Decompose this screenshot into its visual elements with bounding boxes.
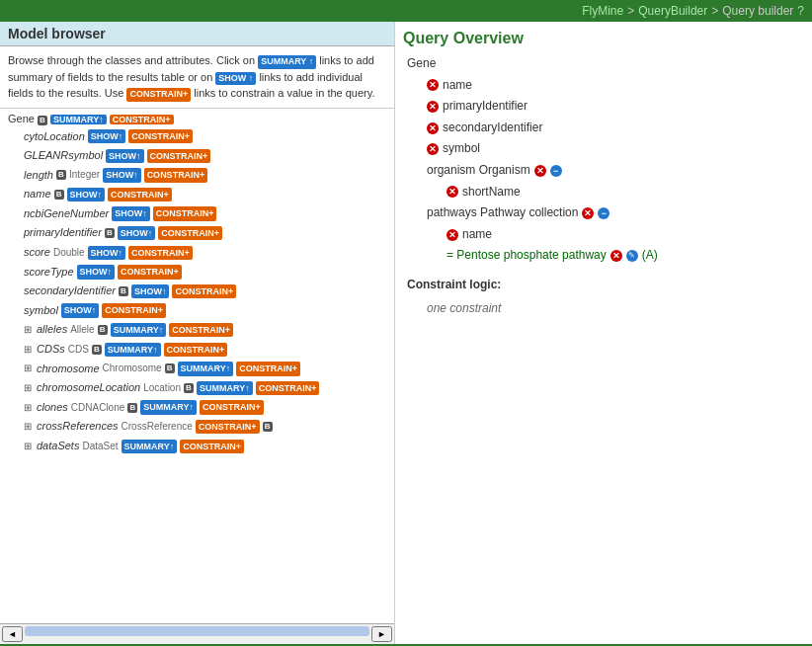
flymine-link[interactable]: FlyMine xyxy=(582,4,623,18)
show-badge[interactable]: SHOW↑ xyxy=(67,188,106,202)
constraint-logic-value: one constraint xyxy=(427,298,804,320)
pathways-label-row: pathways Pathway collection ✕ − xyxy=(427,202,804,224)
querybuilder-link[interactable]: QueryBuilder xyxy=(638,4,707,18)
constrain-badge[interactable]: CONSTRAIN+ xyxy=(147,149,211,163)
help-link[interactable]: ? xyxy=(797,4,804,18)
constrain-badge[interactable]: CONSTRAIN+ xyxy=(128,246,193,260)
info-icon: B xyxy=(127,403,137,413)
info-icon: B xyxy=(184,383,194,393)
summary-badge[interactable]: SUMMARY↑ xyxy=(178,362,234,375)
expand-chromosome-icon[interactable]: ⊞ xyxy=(24,361,32,376)
query-primaryidentifier-field: ✕ primaryIdentifier xyxy=(427,96,804,118)
model-tree: Gene B SUMMARY↑ CONSTRAIN+ cytoLocation … xyxy=(0,109,394,624)
remove-shortname-btn[interactable]: ✕ xyxy=(447,186,458,198)
query-symbol-field: ✕ symbol xyxy=(427,138,804,160)
right-panel: Query Overview Gene ✕ name ✕ primaryIden… xyxy=(395,22,812,644)
remove-symbol-btn[interactable]: ✕ xyxy=(427,143,439,155)
show-badge[interactable]: SHOW↑ xyxy=(103,168,141,182)
expand-cds-icon[interactable]: ⊞ xyxy=(24,342,32,358)
query-gene-label: Gene xyxy=(407,53,804,75)
remove-secondaryidentifier-btn[interactable]: ✕ xyxy=(427,122,439,134)
summary-badge[interactable]: SUMMARY↑ xyxy=(197,381,253,395)
summary-badge[interactable]: SUMMARY↑ xyxy=(140,400,197,414)
show-badge[interactable]: SHOW↑ xyxy=(61,303,100,317)
info-icon: B xyxy=(105,228,115,238)
show-badge[interactable]: SHOW↑ xyxy=(88,246,126,260)
pathway-constraint-value: = Pentose phosphate pathway ✕ ✎ (A) xyxy=(447,245,804,267)
info-icon: B xyxy=(119,286,128,296)
scroll-left-btn[interactable]: ◄ xyxy=(2,626,23,642)
top-navigation: FlyMine > QueryBuilder > Query builder ? xyxy=(0,0,812,22)
show-badge-desc[interactable]: SHOW ↑ xyxy=(215,72,256,86)
datasets-item: ⊞ dataSets DataSet SUMMARY↑ CONSTRAIN+ xyxy=(8,437,386,456)
query-organism-node: organism Organism ✕ − ✕ shortName xyxy=(427,160,804,202)
constrain-badge[interactable]: CONSTRAIN+ xyxy=(180,440,244,453)
scrollbar-controls: ◄ ► xyxy=(0,623,394,644)
constrain-badge[interactable]: CONSTRAIN+ xyxy=(200,400,264,414)
constrain-badge[interactable]: CONSTRAIN+ xyxy=(172,284,236,298)
remove-pathways-btn[interactable]: ✕ xyxy=(582,207,594,219)
query-overview-title: Query Overview xyxy=(403,30,804,47)
show-badge[interactable]: SHOW↑ xyxy=(106,149,144,163)
sep1: > xyxy=(627,4,634,18)
expand-alleles-icon[interactable]: ⊞ xyxy=(24,322,32,338)
toggle-pathways-btn[interactable]: − xyxy=(598,207,609,219)
constrain-badge[interactable]: CONSTRAIN+ xyxy=(169,323,233,337)
cds-item: ⊞ CDSs CDS B SUMMARY↑ CONSTRAIN+ xyxy=(8,340,386,360)
constrain-badge[interactable]: CONSTRAIN+ xyxy=(196,420,260,434)
expand-clones-icon[interactable]: ⊞ xyxy=(24,400,32,416)
constrain-badge[interactable]: CONSTRAIN+ xyxy=(158,226,222,240)
summary-badge[interactable]: SUMMARY↑ xyxy=(111,323,167,337)
info-icon: B xyxy=(165,363,175,373)
show-badge[interactable]: SHOW↑ xyxy=(131,284,170,298)
sep2: > xyxy=(711,4,718,18)
chromosome-item: ⊞ chromosome Chromosome B SUMMARY↑ CONST… xyxy=(8,360,386,379)
summary-badge[interactable]: SUMMARY↑ xyxy=(122,440,178,453)
info-icon: B xyxy=(54,190,64,200)
constrain-badge[interactable]: CONSTRAIN+ xyxy=(164,343,228,357)
constrain-badge[interactable]: CONSTRAIN+ xyxy=(153,206,217,220)
show-badge[interactable]: SHOW↑ xyxy=(77,265,116,279)
show-badge[interactable]: SHOW↑ xyxy=(88,129,126,143)
left-panel: Model browser Browse through the classes… xyxy=(0,22,395,644)
show-badge[interactable]: SHOW↑ xyxy=(118,226,156,240)
query-name-field: ✕ name xyxy=(427,75,804,97)
constrain-badge[interactable]: CONSTRAIN+ xyxy=(102,303,166,317)
organism-label-row: organism Organism ✕ − xyxy=(427,160,804,182)
remove-organism-btn[interactable]: ✕ xyxy=(534,165,546,177)
constrain-badge[interactable]: CONSTRAIN+ xyxy=(108,188,172,202)
gene-summary-badge[interactable]: SUMMARY↑ xyxy=(50,115,107,124)
constrain-badge[interactable]: CONSTRAIN+ xyxy=(236,362,300,375)
list-item: length B Integer SHOW↑ CONSTRAIN+ xyxy=(8,166,386,186)
chromosomelocation-item: ⊞ chromosomeLocation Location B SUMMARY↑… xyxy=(8,378,386,398)
remove-pathways-name-btn[interactable]: ✕ xyxy=(447,229,458,241)
edit-pathway-constraint-btn[interactable]: ✎ xyxy=(626,250,638,262)
gene-constrain-badge[interactable]: CONSTRAIN+ xyxy=(110,115,174,124)
toggle-organism-btn[interactable]: − xyxy=(550,165,562,177)
remove-primaryidentifier-btn[interactable]: ✕ xyxy=(427,101,439,113)
gene-info-icon[interactable]: B xyxy=(38,116,47,125)
constraint-logic-label: Constraint logic: xyxy=(407,278,501,291)
constrain-badge[interactable]: CONSTRAIN+ xyxy=(118,265,182,279)
constrain-badge[interactable]: CONSTRAIN+ xyxy=(256,381,320,395)
expand-chromosomelocation-icon[interactable]: ⊞ xyxy=(24,380,32,396)
remove-pathway-constraint-btn[interactable]: ✕ xyxy=(610,250,622,262)
info-icon: B xyxy=(56,170,66,180)
query-tree: Gene ✕ name ✕ primaryIdentifier ✕ second… xyxy=(403,53,804,319)
list-item: GLEANRsymbol SHOW↑ CONSTRAIN+ xyxy=(8,146,386,166)
constrain-badge[interactable]: CONSTRAIN+ xyxy=(128,129,193,143)
clones-item: ⊞ clones CDNAClone B SUMMARY↑ CONSTRAIN+ xyxy=(8,398,386,418)
model-browser-title: Model browser xyxy=(0,22,394,46)
expand-datasets-icon[interactable]: ⊞ xyxy=(24,439,32,454)
constraint-logic-section: Constraint logic: one constraint xyxy=(407,275,804,319)
constrain-badge[interactable]: CONSTRAIN+ xyxy=(144,168,208,182)
scroll-right-btn[interactable]: ► xyxy=(371,626,392,642)
query-shortname-field: ✕ shortName xyxy=(447,182,804,203)
summary-badge-desc[interactable]: SUMMARY ↑ xyxy=(258,55,316,69)
constrain-badge-desc[interactable]: CONSTRAIN+ xyxy=(126,88,191,102)
remove-name-btn[interactable]: ✕ xyxy=(427,79,439,91)
show-badge[interactable]: SHOW↑ xyxy=(112,206,150,220)
summary-badge[interactable]: SUMMARY↑ xyxy=(105,343,161,357)
info-icon: B xyxy=(98,325,108,335)
expand-crossreferences-icon[interactable]: ⊞ xyxy=(24,419,32,435)
